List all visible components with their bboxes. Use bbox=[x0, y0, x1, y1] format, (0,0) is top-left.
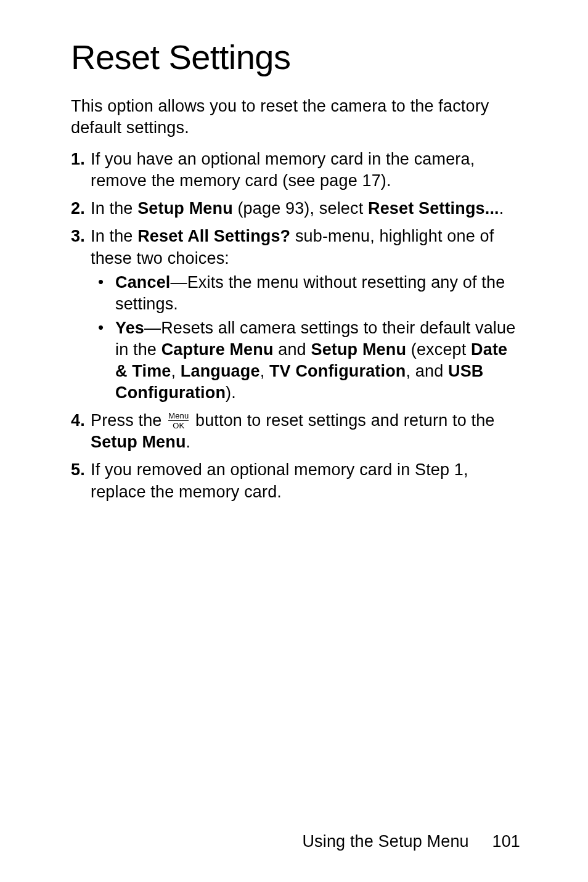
step-3-bold-reset-all: Reset All Settings? bbox=[137, 227, 290, 245]
bullet-yes-language: Language bbox=[181, 362, 260, 380]
step-4-text-a: Press the bbox=[91, 411, 166, 430]
bullet-yes-text-l: , and bbox=[406, 362, 448, 380]
bullet-cancel-bold: Cancel bbox=[115, 273, 171, 292]
step-5: If you removed an optional memory card i… bbox=[71, 459, 520, 502]
step-1-text: If you have an optional memory card in t… bbox=[91, 150, 475, 190]
step-5-text: If you removed an optional memory card i… bbox=[91, 460, 468, 500]
bullet-yes-capture: Capture Menu bbox=[161, 340, 274, 359]
bullet-yes-tv: TV Configuration bbox=[269, 362, 406, 380]
step-3-bullet-cancel: Cancel—Exits the menu without resetting … bbox=[91, 272, 520, 315]
step-4: Press the MenuOK button to reset setting… bbox=[71, 410, 520, 453]
step-2-text-a: In the bbox=[91, 199, 137, 218]
bullet-yes-setup: Setup Menu bbox=[311, 340, 406, 359]
menu-icon-top: Menu bbox=[168, 412, 189, 421]
menu-icon-bottom: OK bbox=[168, 422, 189, 430]
step-2-text-c: (page 93), select bbox=[233, 199, 368, 218]
page-footer: Using the Setup Menu 101 bbox=[302, 832, 520, 851]
step-4-text-b: button to reset settings and return to t… bbox=[190, 411, 494, 430]
step-4-text-d: . bbox=[186, 433, 191, 451]
step-3-sublist: Cancel—Exits the menu without resetting … bbox=[91, 272, 520, 404]
step-3: In the Reset All Settings? sub-menu, hig… bbox=[71, 226, 520, 404]
bullet-yes-text-d: and bbox=[274, 340, 311, 359]
bullet-yes-text-n: ). bbox=[226, 383, 236, 402]
footer-section: Using the Setup Menu bbox=[302, 832, 468, 851]
step-1: If you have an optional memory card in t… bbox=[71, 149, 520, 192]
bullet-cancel-text: —Exits the menu without resetting any of… bbox=[115, 273, 505, 313]
step-3-text-a: In the bbox=[91, 227, 137, 245]
bullet-yes-text-h: , bbox=[171, 362, 181, 380]
page-title: Reset Settings bbox=[71, 37, 520, 77]
footer-page-number: 101 bbox=[492, 832, 520, 851]
step-2-bold-setup: Setup Menu bbox=[137, 199, 233, 218]
step-4-bold-setup: Setup Menu bbox=[91, 433, 186, 451]
bullet-yes-bold: Yes bbox=[115, 319, 144, 337]
bullet-yes-text-j: , bbox=[260, 362, 269, 380]
step-2: In the Setup Menu (page 93), select Rese… bbox=[71, 198, 520, 219]
menu-ok-icon: MenuOK bbox=[168, 412, 189, 430]
steps-list: If you have an optional memory card in t… bbox=[71, 149, 520, 502]
step-3-bullet-yes: Yes—Resets all camera settings to their … bbox=[91, 317, 520, 404]
intro-text: This option allows you to reset the came… bbox=[71, 96, 520, 139]
step-2-bold-reset: Reset Settings... bbox=[368, 199, 499, 218]
step-2-text-e: . bbox=[499, 199, 504, 218]
bullet-yes-text-f: (except bbox=[406, 340, 471, 359]
